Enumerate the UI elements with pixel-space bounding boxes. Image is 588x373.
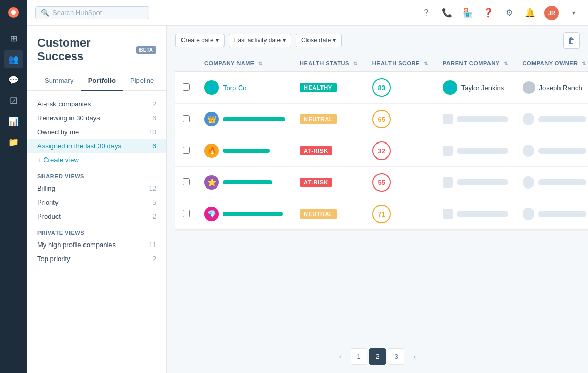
- shared-views-header: Shared views: [27, 167, 166, 181]
- page-header: Customer Success BETA: [27, 26, 166, 71]
- health-status-cell: HEALTHY: [292, 72, 365, 104]
- page-btn-3[interactable]: 3: [388, 348, 404, 365]
- help-icon[interactable]: ?: [420, 7, 432, 19]
- notifications-icon[interactable]: 🔔: [524, 7, 536, 19]
- company-name-bar: [223, 117, 285, 121]
- sidebar-item-renewing[interactable]: Renewing in 30 days 6: [27, 111, 166, 125]
- beta-badge: BETA: [136, 46, 156, 54]
- hubspot-logo[interactable]: [5, 4, 22, 21]
- row-checkbox[interactable]: [183, 147, 190, 154]
- pagination: ‹ 1 2 3 ›: [167, 340, 588, 373]
- health-score-cell: 71: [365, 198, 436, 230]
- sidebar-item-high-profile[interactable]: My high profile companies 11: [27, 238, 166, 252]
- nav-dashboard-icon[interactable]: ⊞: [4, 29, 23, 48]
- nav-chat-icon[interactable]: 💬: [4, 70, 23, 89]
- next-page-button[interactable]: ›: [407, 348, 423, 365]
- health-score-circle: 83: [372, 78, 391, 97]
- tab-portfolio[interactable]: Portfolio: [81, 71, 123, 91]
- parent-company-placeholder: [443, 209, 508, 219]
- col-health-score[interactable]: HEALTH SCORE ⇅: [365, 55, 436, 72]
- avatar[interactable]: JR: [544, 6, 559, 20]
- health-score-circle: 65: [372, 110, 391, 128]
- prev-page-button[interactable]: ‹: [332, 348, 348, 365]
- sidebar-item-assigned[interactable]: Assigned in the last 30 days 6: [27, 139, 166, 153]
- close-date-filter[interactable]: Close date ▾: [296, 34, 342, 47]
- topbar: 🔍 ? 📞 🏪 ❓ ⚙ 🔔 JR ▾: [27, 0, 588, 26]
- marketplace-icon[interactable]: 🏪: [461, 7, 474, 19]
- nav-contacts-icon[interactable]: 👥: [4, 50, 23, 68]
- sidebar-item-top-priority[interactable]: Top priority 2: [27, 252, 166, 266]
- settings-icon[interactable]: ⚙: [503, 7, 515, 19]
- health-status-badge: NEUTRAL: [300, 209, 337, 219]
- company-icon: 🌐: [204, 80, 219, 95]
- row-checkbox[interactable]: [183, 115, 190, 122]
- row-checkbox[interactable]: [183, 83, 190, 91]
- sidebar-item-product[interactable]: Product 2: [27, 209, 166, 223]
- tab-pipeline[interactable]: Pipeline: [123, 71, 161, 91]
- health-status-cell: AT-RISK: [292, 167, 365, 198]
- companies-table: COMPANY NAME ⇅ HEALTH STATUS ⇅ HEALTH SC…: [175, 55, 588, 229]
- tabs: Summary Portfolio Pipeline Schedule Feed: [27, 71, 166, 91]
- sort-icon: ⇅: [424, 61, 428, 66]
- account-chevron-icon[interactable]: ▾: [567, 7, 580, 19]
- health-score-cell: 83: [365, 72, 436, 104]
- health-score-circle: 71: [372, 205, 391, 223]
- content-layout: Customer Success BETA Summary Portfolio …: [27, 26, 588, 373]
- company-owner-cell: [515, 135, 588, 167]
- company-owner-cell: Joseph Ranch: [515, 72, 588, 104]
- nav-tasks-icon[interactable]: ☑: [4, 91, 23, 110]
- owner-avatar: [523, 81, 535, 94]
- company-icon: ⭐: [204, 175, 219, 190]
- company-icon: 👑: [204, 112, 219, 126]
- health-score-cell: 32: [365, 135, 436, 167]
- chevron-down-icon: ▾: [283, 37, 286, 44]
- health-score-cell: 65: [365, 104, 436, 135]
- owner-placeholder: [523, 145, 586, 157]
- sidebar-item-priority[interactable]: Priority 5: [27, 195, 166, 209]
- sort-icon: ⇅: [503, 61, 508, 66]
- col-health-status[interactable]: HEALTH STATUS ⇅: [292, 55, 365, 72]
- company-name-bar: [223, 149, 270, 153]
- create-date-filter[interactable]: Create date ▾: [175, 34, 225, 47]
- health-status-badge: AT-RISK: [300, 146, 332, 155]
- question-icon[interactable]: ❓: [482, 7, 495, 19]
- last-activity-filter[interactable]: Last activity date ▾: [229, 34, 291, 47]
- phone-icon[interactable]: 📞: [441, 7, 453, 19]
- page-btn-1[interactable]: 1: [351, 348, 367, 365]
- row-checkbox[interactable]: [183, 178, 190, 185]
- search-input[interactable]: [52, 9, 135, 17]
- trash-icon-button[interactable]: 🗑: [563, 32, 580, 49]
- health-status-badge: AT-RISK: [300, 178, 332, 187]
- page-btn-2[interactable]: 2: [369, 348, 386, 365]
- row-checkbox[interactable]: [183, 210, 190, 217]
- nav-reports-icon[interactable]: 📊: [4, 112, 23, 131]
- tab-summary[interactable]: Summary: [37, 71, 81, 91]
- sidebar-item-billing[interactable]: Billing 12: [27, 181, 166, 195]
- sidebar-item-at-risk[interactable]: At-risk companies 2: [27, 97, 166, 111]
- health-status-cell: NEUTRAL: [292, 104, 365, 135]
- health-score-cell: 55: [365, 167, 436, 198]
- create-view-button[interactable]: + Create view: [27, 153, 166, 167]
- table-row: 🔥AT-RISK32: [175, 135, 588, 167]
- health-score-circle: 32: [372, 141, 391, 160]
- health-score-circle: 55: [372, 173, 391, 192]
- sidebar-item-owned[interactable]: Owned by me 10: [27, 125, 166, 139]
- col-company-name[interactable]: COMPANY NAME ⇅: [197, 55, 292, 72]
- search-box[interactable]: 🔍: [35, 6, 149, 19]
- table-row: ⭐AT-RISK55: [175, 167, 588, 198]
- main-panel: Create date ▾ Last activity date ▾ Close…: [167, 26, 588, 373]
- col-company-owner[interactable]: COMPANY OWNER ⇅: [515, 55, 588, 72]
- company-name-bar: [223, 212, 283, 216]
- sidebar-nav: At-risk companies 2 Renewing in 30 days …: [27, 91, 166, 272]
- health-status-badge: HEALTHY: [300, 83, 337, 92]
- sort-icon: ⇅: [353, 61, 358, 66]
- col-parent-company[interactable]: PARENT COMPANY ⇅: [436, 55, 515, 72]
- company-name-link[interactable]: Torp Co: [223, 84, 247, 92]
- nav-folder-icon[interactable]: 📁: [4, 133, 23, 151]
- icon-nav: ⊞ 👥 💬 ☑ 📊 📁: [0, 0, 27, 373]
- sidebar: Customer Success BETA Summary Portfolio …: [27, 26, 167, 373]
- company-icon: 🔥: [204, 144, 219, 158]
- company-owner-cell: [515, 104, 588, 135]
- company-owner-cell: [515, 167, 588, 198]
- tab-schedule[interactable]: Schedule: [161, 71, 167, 91]
